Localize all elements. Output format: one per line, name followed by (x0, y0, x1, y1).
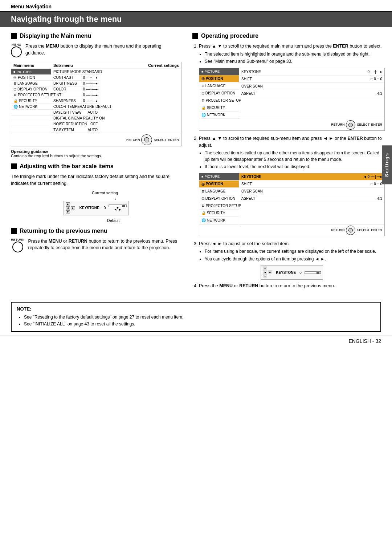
small-ks-label: KEYSTONE (274, 270, 298, 275)
returning-section-title: Returning to the previous menu (11, 228, 181, 234)
step-3-bullet-1: For items using a bar scale, the current… (205, 248, 385, 255)
r2-projector: ⚙ PROJECTOR SETUP (199, 202, 239, 210)
r2-shift: SHIFT □ 0 □ 0 (239, 181, 384, 188)
main-menu-item-language: ⊕ LANGUAGE (11, 81, 51, 86)
r1-security: 🔒 SECURITY (199, 104, 239, 112)
step-3-bullet-2: You can cycle through the options of an … (205, 256, 385, 262)
main-menu-item-security: 🔒 SECURITY (11, 98, 51, 104)
picture-icon: ■ (13, 70, 16, 74)
step-1: Press ▲ ▼ to scroll to the required main… (199, 43, 385, 131)
step-1-bullets: The selected item is highlighted in oran… (205, 51, 385, 65)
sub-menu-tv: TV-SYSTEM AUTO (51, 127, 100, 133)
main-menu-item-network: 🌐 NETWORK (11, 104, 51, 110)
sub-menu-color: COLOR 0 —┼—▸ (51, 86, 100, 92)
right-menu-right-1: KEYSTONE 0 —┼—▸ SHIFT □ 0 □ 0 OVER SCAN (239, 68, 384, 119)
r2-controls: RETURN SELECT ENTER (199, 224, 384, 236)
s-left: ◄ (263, 271, 267, 274)
keystone-bar-scale: ▲ ◄ ► ▼ KEYSTONE 0 (64, 201, 129, 215)
note-item-1: See "Resetting to the factory default se… (24, 314, 375, 321)
small-ks-bar: ▲ ◄ ► ▼ KEYSTONE 0 (261, 265, 323, 280)
r2-joystick (346, 226, 355, 235)
operating-procedure-title: Operating procedure (192, 33, 385, 39)
right-column: Operating procedure Press ▲ ▼ to scroll … (189, 27, 392, 298)
menu-label: MENU (12, 43, 21, 46)
menu-circle-icon (11, 46, 22, 57)
network-icon: 🌐 (13, 105, 18, 109)
r1-network: 🌐 NETWORK (199, 112, 239, 119)
r1-aspect: ASPECT 4:3 (239, 90, 384, 97)
keystone-label-bar: KEYSTONE (77, 206, 102, 210)
sub-menu-contrast: CONTRAST 0 —┼—▸ (51, 75, 100, 81)
main-menu-item-projector: ⚙ PROJECTOR SETUP (11, 92, 51, 98)
return-label: RETURN (126, 138, 140, 142)
r2-language: ⊕ LANGUAGE (199, 188, 239, 195)
r1-controls: RETURN SELECT ENTER (199, 119, 384, 130)
r2-overscan: OVER SCAN (239, 188, 384, 195)
r1-display: ⊡ DISPLAY OPTION (199, 90, 239, 97)
default-triangle (117, 207, 119, 209)
sub-menu-tint: TINT 0 —┼—▸ (51, 92, 100, 98)
note-item-2: See "INITIALIZE ALL" on page 43 to reset… (24, 321, 375, 328)
section-square-icon-2 (11, 163, 17, 169)
s-right: ► (268, 271, 272, 274)
r1-overscan: OVER SCAN (239, 83, 384, 90)
position-icon: ◎ (13, 76, 17, 80)
operating-steps-list: Press ▲ ▼ to scroll to the required main… (192, 43, 385, 289)
bar-outer (109, 204, 127, 207)
language-icon: ⊕ (13, 81, 16, 85)
security-icon: 🔒 (13, 99, 18, 103)
step-2-bullet-1: The selected item is called up and the o… (205, 150, 385, 163)
right-menu-left-2: ■ PICTURE ◎ POSITION ⊕ LANGUAGE ⊡ DISPLA… (199, 173, 239, 224)
return-icon-col: RETURN (11, 238, 25, 252)
settings-sidebar: Settings (382, 145, 392, 184)
select-label: SELECT (154, 138, 166, 142)
s-up: ▲ (263, 267, 267, 270)
step-2-bullet-2: If there is a lower level, the next leve… (205, 164, 385, 170)
right-btn: ► (71, 206, 75, 210)
step-2: Press ▲ ▼ to scroll to the required sub-… (199, 135, 385, 236)
operating-guidance: Operating guidance Contains the required… (11, 149, 181, 158)
section-square-icon-3 (11, 228, 17, 234)
down-btn: ▼ (66, 210, 70, 214)
menu-description: Press the MENU button to display the mai… (25, 43, 181, 57)
left-btn: ◄ (66, 206, 70, 210)
small-bar-fill (317, 272, 319, 274)
r1-picture: ■ PICTURE (199, 68, 239, 75)
return-text-label: RETURN (11, 238, 25, 242)
sub-menu-color-temp: COLOR TEMPERATURE DEFAULT (51, 104, 100, 110)
displaying-main-menu-section: Displaying the Main menu MENU Press the … (11, 33, 181, 158)
step-3: Press ◄ ► to adjust or set the selected … (199, 240, 385, 280)
default-label: Default (107, 218, 120, 223)
note-list: See "Resetting to the factory default se… (24, 314, 375, 328)
header-title: Menu Navigation (11, 4, 52, 9)
sub-menu-sharpness: SHARPNESS 0 —┼—▸ (51, 98, 100, 104)
menu-icon-row: MENU Press the MENU button to display th… (11, 43, 181, 57)
sub-menu-noise: NOISE REDUCTION OFF (51, 121, 100, 127)
r1-keystone: KEYSTONE 0 —┼—▸ (239, 68, 384, 76)
enter-label: ENTER (168, 138, 179, 142)
small-keystone-diagram: ▲ ◄ ► ▼ KEYSTONE 0 (199, 265, 385, 280)
menu-diagram-body: ■ PICTURE ◎ POSITION ⊕ LANGUAGE ⊡ (11, 69, 181, 133)
step-4: Press the MENU or RETURN button to retur… (199, 283, 385, 289)
operating-guidance-text: Contains the required buttons to adjust … (11, 154, 102, 158)
current-settings-col (100, 69, 181, 133)
small-ks-controls: ▲ ◄ ► ▼ (263, 267, 272, 278)
bar-fill-indicator (122, 205, 125, 207)
r2-security: 🔒 SECURITY (199, 210, 239, 217)
menu-icon-col: MENU (11, 43, 22, 57)
returning-description: Press the MENU or RETURN button to retur… (28, 238, 182, 252)
main-menu-item-picture: ■ PICTURE (11, 69, 51, 75)
sub-menu-picture-mode: PICTURE MODE STANDARD (51, 69, 100, 75)
main-menu-col: ■ PICTURE ◎ POSITION ⊕ LANGUAGE ⊡ (11, 69, 51, 133)
page-header: Menu Navigation (0, 0, 392, 12)
r1-shift: SHIFT □ 0 □ 0 (239, 76, 384, 83)
right-menu-diagram-2: ■ PICTURE ◎ POSITION ⊕ LANGUAGE ⊡ DISPLA… (199, 173, 385, 236)
main-menu-item-position: ◎ POSITION (11, 75, 51, 81)
step-1-bullet-1: The selected item is highlighted in oran… (205, 51, 385, 57)
joystick-container (141, 134, 152, 145)
main-title: Navigating through the menu (0, 12, 392, 27)
right-menu-left-1: ■ PICTURE ◎ POSITION ⊕ LANGUAGE ⊡ DISPLA… (199, 68, 239, 119)
bar-scale-section: Adjusting with the bar scale items The t… (11, 163, 181, 223)
step-1-bullet-2: See "Main menu and Sub-menu" on page 30. (205, 58, 385, 65)
note-title: NOTE: (17, 306, 375, 312)
